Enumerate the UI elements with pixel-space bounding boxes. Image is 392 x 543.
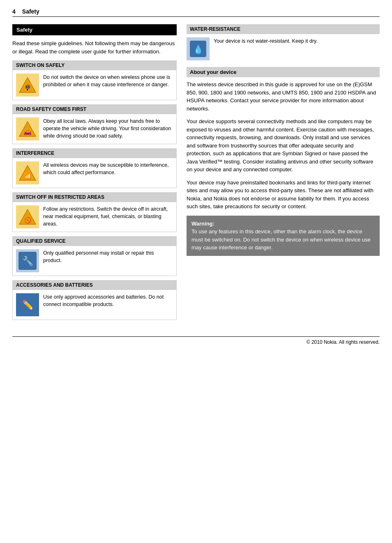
about-device-para-1: The wireless device described in this gu… <box>187 81 380 113</box>
about-device-para-2: Your device supports several connectivit… <box>187 117 380 174</box>
water-resistance-text: Your device is not water-resistant. Keep… <box>214 37 318 45</box>
accessories-text: Use only approved accessories and batter… <box>43 293 173 308</box>
svg-text:🔧: 🔧 <box>22 255 34 267</box>
switch-off-header: SWITCH OFF IN RESTRICTED AREAS <box>13 192 176 202</box>
qualified-service-body: 🔧 Only qualified personnel may install o… <box>13 246 176 276</box>
warning-title: Warning: <box>191 221 214 227</box>
accessories-body: ✏️ Use only approved accessories and bat… <box>13 290 176 320</box>
main-content: Safety Read these simple guidelines. Not… <box>12 24 380 324</box>
switch-on-safely-header: SWITCH ON SAFELY <box>13 60 176 70</box>
water-resistance-header: WATER-RESISTANCE <box>187 24 380 34</box>
switch-on-safely-icon: ! 📵 <box>16 74 39 97</box>
road-safety-text: Obey all local laws. Always keep your ha… <box>43 117 173 140</box>
warning-text: To use any features in this device, othe… <box>191 228 371 251</box>
page-header: 4 Safety <box>12 8 380 17</box>
svg-text:✏️: ✏️ <box>22 299 34 311</box>
road-safety-icon: 🚗 <box>16 117 39 140</box>
qualified-service-text: Only qualified personnel may install or … <box>43 249 173 264</box>
about-device-section: About your device The wireless device de… <box>187 67 380 211</box>
qualified-service-section: QUALIFIED SERVICE 🔧 Only qualified perso… <box>12 236 177 276</box>
road-safety-section: ROAD SAFETY COMES FIRST 🚗 Obey all local… <box>12 104 177 144</box>
switch-off-section: SWITCH OFF IN RESTRICTED AREAS 🚫 Follow … <box>12 192 177 232</box>
right-column: WATER-RESISTANCE 💧 Your device is not wa… <box>187 24 380 324</box>
qualified-service-icon: 🔧 <box>16 249 39 272</box>
switch-off-icon: 🚫 <box>16 205 39 228</box>
page-footer: © 2010 Nokia. All rights reserved. <box>12 336 380 345</box>
warning-box: Warning: To use any features in this dev… <box>187 216 380 256</box>
interference-text: All wireless devices may be susceptible … <box>43 161 173 176</box>
accessories-header: ACCESSORIES AND BATTERIES <box>13 280 176 290</box>
interference-icon: 📶 <box>16 161 39 184</box>
svg-text:📵: 📵 <box>25 84 30 90</box>
interference-body: 📶 All wireless devices may be susceptibl… <box>13 158 176 188</box>
road-safety-body: 🚗 Obey all local laws. Always keep your … <box>13 114 176 144</box>
qualified-service-header: QUALIFIED SERVICE <box>13 236 176 246</box>
switch-off-body: 🚫 Follow any restrictions. Switch the de… <box>13 202 176 232</box>
footer-text: © 2010 Nokia. All rights reserved. <box>307 339 380 345</box>
page-header-title: Safety <box>22 8 39 15</box>
switch-off-text: Follow any restrictions. Switch the devi… <box>43 205 173 228</box>
svg-text:🚗: 🚗 <box>23 128 32 136</box>
interference-header: INTERFERENCE <box>13 148 176 158</box>
road-safety-header: ROAD SAFETY COMES FIRST <box>13 104 176 114</box>
page-number: 4 <box>12 8 16 15</box>
accessories-icon: ✏️ <box>16 293 39 316</box>
switch-on-safely-section: SWITCH ON SAFELY ! 📵 Do not switch the d… <box>12 60 177 100</box>
switch-on-safely-body: ! 📵 Do not switch the device on when wir… <box>13 70 176 100</box>
intro-text: Read these simple guidelines. Not follow… <box>12 39 177 55</box>
safety-section-title: Safety <box>12 24 177 35</box>
svg-text:🚫: 🚫 <box>24 217 32 224</box>
interference-section: INTERFERENCE 📶 All wireless devices may … <box>12 148 177 188</box>
left-column: Safety Read these simple guidelines. Not… <box>12 24 177 324</box>
water-resistance-body: 💧 Your device is not water-resistant. Ke… <box>187 37 380 60</box>
water-resistance-icon: 💧 <box>187 37 210 60</box>
switch-on-safely-text: Do not switch the device on when wireles… <box>43 74 173 88</box>
svg-text:💧: 💧 <box>193 44 203 54</box>
about-device-header: About your device <box>187 67 380 77</box>
water-resistance-section: WATER-RESISTANCE 💧 Your device is not wa… <box>187 24 380 60</box>
accessories-section: ACCESSORIES AND BATTERIES ✏️ Use only ap… <box>12 280 177 320</box>
about-device-para-3: Your device may have preinstalled bookma… <box>187 179 380 211</box>
svg-text:📶: 📶 <box>24 173 32 179</box>
